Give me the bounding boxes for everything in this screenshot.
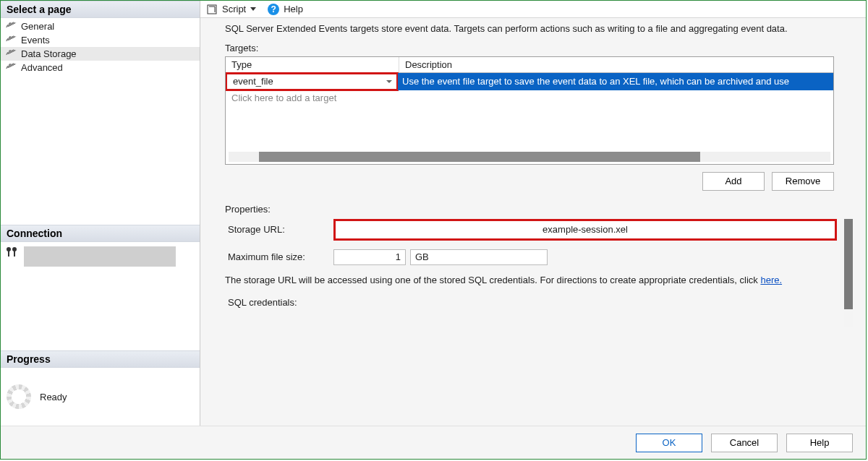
main-panel: Script ? Help SQL Server Extended Events… xyxy=(200,1,866,426)
max-file-size-value: 1 xyxy=(396,251,401,262)
max-file-size-row: Maximum file size: 1 GB xyxy=(225,249,838,265)
content-area: SQL Server Extended Events targets store… xyxy=(200,18,866,426)
sidebar-item-label: Events xyxy=(21,35,50,46)
properties-label: Properties: xyxy=(225,204,853,215)
storage-url-value: example-session.xel xyxy=(542,224,628,235)
page-list: General Events Data Storage Advanced xyxy=(1,18,200,76)
connection-header: Connection xyxy=(1,225,200,242)
add-target-placeholder[interactable]: Click here to add a target xyxy=(226,90,833,105)
max-file-size-unit-dropdown[interactable]: GB xyxy=(410,249,548,265)
sidebar-item-general[interactable]: General xyxy=(1,20,200,33)
help-button[interactable]: Help xyxy=(786,434,853,452)
sidebar: Select a page General Events Data Storag… xyxy=(1,1,200,426)
storage-url-label: Storage URL: xyxy=(225,224,333,235)
wrench-icon xyxy=(5,48,18,61)
max-file-size-unit-value: GB xyxy=(415,251,429,262)
credentials-help-text: The storage URL will be accessed using o… xyxy=(225,274,838,287)
connection-icon xyxy=(7,246,18,258)
col-header-description[interactable]: Description xyxy=(399,57,833,72)
vertical-scrollbar[interactable] xyxy=(844,219,853,327)
scrollbar-thumb[interactable] xyxy=(259,152,700,162)
sidebar-item-label: Advanced xyxy=(21,62,63,73)
target-type-dropdown[interactable]: event_file xyxy=(225,72,399,91)
toolbar-help-button[interactable]: Help xyxy=(284,4,303,14)
cancel-button[interactable]: Cancel xyxy=(711,434,778,452)
chevron-down-icon[interactable] xyxy=(386,80,392,83)
session-properties-dialog: Select a page General Events Data Storag… xyxy=(0,0,867,460)
wrench-icon xyxy=(5,20,18,33)
target-description-cell: Use the event file target to save the ev… xyxy=(398,73,833,90)
sql-credentials-label: SQL credentials: xyxy=(225,297,333,308)
progress-status: Ready xyxy=(40,392,67,402)
ok-button[interactable]: OK xyxy=(636,434,702,452)
wrench-icon xyxy=(5,61,18,74)
storage-url-row: Storage URL: example-session.xel xyxy=(225,219,838,241)
help-icon: ? xyxy=(268,4,279,15)
sidebar-item-events[interactable]: Events xyxy=(1,33,200,47)
storage-url-input[interactable]: example-session.xel xyxy=(333,219,837,241)
sidebar-item-data-storage[interactable]: Data Storage xyxy=(1,47,200,61)
wrench-icon xyxy=(5,34,18,47)
select-a-page-header: Select a page xyxy=(1,1,200,18)
properties-panel: Storage URL: example-session.xel Maximum… xyxy=(225,219,853,308)
targets-grid[interactable]: Type Description event_file Use the even… xyxy=(225,56,834,165)
chevron-down-icon[interactable] xyxy=(250,7,256,11)
targets-grid-header: Type Description xyxy=(226,57,833,73)
table-row[interactable]: event_file Use the event file target to … xyxy=(226,73,833,90)
connection-string-redacted xyxy=(24,246,176,267)
credentials-help-link[interactable]: here. xyxy=(760,275,782,285)
col-header-type[interactable]: Type xyxy=(226,57,399,72)
progress-header: Progress xyxy=(1,350,200,368)
progress-panel: Ready xyxy=(1,368,200,426)
script-icon xyxy=(206,4,218,15)
horizontal-scrollbar[interactable] xyxy=(229,152,830,162)
toolbar: Script ? Help xyxy=(200,1,866,18)
max-file-size-label: Maximum file size: xyxy=(225,251,333,262)
sidebar-spacer xyxy=(1,76,200,225)
sql-credentials-row: SQL credentials: xyxy=(225,297,838,308)
help-text-prefix: The storage URL will be accessed using o… xyxy=(225,275,758,285)
scrollbar-thumb[interactable] xyxy=(844,219,853,309)
progress-ring-icon xyxy=(7,384,31,409)
dialog-body: Select a page General Events Data Storag… xyxy=(1,1,866,426)
sidebar-item-label: General xyxy=(21,21,54,32)
max-file-size-input[interactable]: 1 xyxy=(333,249,406,265)
connection-panel xyxy=(1,242,200,350)
page-description: SQL Server Extended Events targets store… xyxy=(225,22,853,35)
target-actions: Add Remove xyxy=(225,172,834,191)
remove-button[interactable]: Remove xyxy=(772,172,834,191)
sidebar-item-label: Data Storage xyxy=(21,48,77,59)
add-button[interactable]: Add xyxy=(702,172,765,191)
dialog-footer: OK Cancel Help xyxy=(1,426,866,459)
target-type-value: event_file xyxy=(233,76,273,87)
toolbar-script-button[interactable]: Script xyxy=(222,4,246,14)
targets-label: Targets: xyxy=(225,43,853,53)
sidebar-item-advanced[interactable]: Advanced xyxy=(1,61,200,74)
